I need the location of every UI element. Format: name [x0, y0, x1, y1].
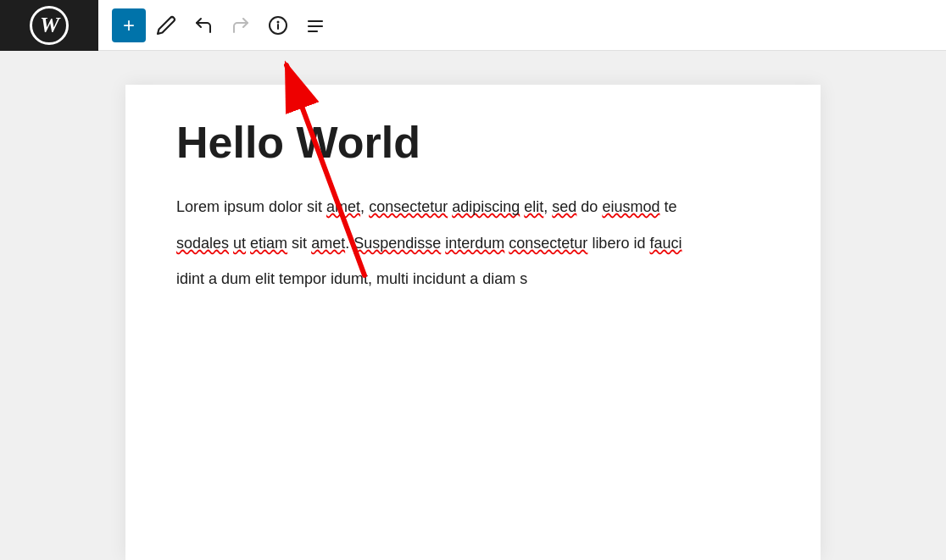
wp-logo-circle: W [30, 6, 69, 45]
wp-logo[interactable]: W [0, 0, 98, 51]
post-title[interactable]: Hello World [176, 119, 770, 167]
list-view-icon [305, 15, 326, 36]
spell-error-fauci: fauci [649, 235, 682, 252]
editor-content: Hello World Lorem ipsum dolor sit amet, … [125, 85, 821, 560]
add-block-button[interactable]: + [112, 8, 146, 42]
undo-icon [193, 15, 214, 36]
spell-error-amet2: amet [311, 235, 345, 252]
toolbar-buttons: + [98, 8, 332, 42]
body-paragraph-2: sodales ut etiam sit amet. Suspendisse i… [176, 230, 770, 257]
list-view-button[interactable] [298, 8, 332, 42]
info-icon [268, 15, 288, 36]
info-button[interactable] [261, 8, 295, 42]
spell-error-interdum: interdum [445, 235, 504, 252]
spell-error-ut: ut [233, 235, 246, 252]
pencil-icon [156, 15, 176, 36]
spell-error-eiusmod: eiusmod [602, 198, 659, 215]
spell-error-elit1: elit [524, 198, 543, 215]
post-body[interactable]: Lorem ipsum dolor sit amet, consectetur … [176, 194, 770, 292]
undo-button[interactable] [186, 8, 220, 42]
content-area: Hello World Lorem ipsum dolor sit amet, … [0, 51, 946, 560]
spell-error-etiam: etiam [250, 235, 287, 252]
spell-error-adipiscing: adipiscing [452, 198, 520, 215]
spell-error-consectetur1: consectetur [369, 198, 448, 215]
tools-button[interactable] [149, 8, 183, 42]
spell-error-consectetur2: consectetur [509, 235, 587, 252]
body-paragraph-3: idint a dum elit tempor idumt, multi inc… [176, 266, 770, 292]
top-bar: W + [0, 0, 946, 51]
spell-error-suspendisse: Suspendisse [353, 235, 441, 252]
body-paragraph-1: Lorem ipsum dolor sit amet, consectetur … [176, 194, 770, 220]
redo-button[interactable] [224, 8, 258, 42]
spell-error-sodales: sodales [176, 235, 229, 252]
spell-error-sed: sed [552, 198, 576, 215]
spell-error-amet1: amet [326, 198, 360, 215]
redo-icon [231, 15, 251, 36]
